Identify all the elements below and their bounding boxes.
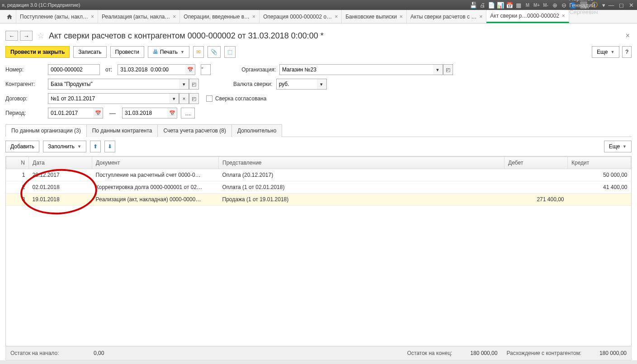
open-icon[interactable]: ◰ — [443, 64, 453, 75]
table-row[interactable]: 202.01.2018Корректировка долга 0000-0000… — [6, 181, 631, 194]
open-icon[interactable]: ◰ — [189, 79, 199, 90]
open-icon[interactable]: ◰ — [189, 93, 199, 104]
period-from-input[interactable] — [48, 108, 93, 118]
tab-bank[interactable]: Банковские выписки× — [342, 10, 407, 23]
dd-icon[interactable]: ▾ — [600, 1, 607, 9]
titlebar-text: я, редакция 3.0 (1С:Предприятие) — [2, 2, 470, 8]
post-close-button[interactable]: Провести и закрыть — [5, 46, 70, 58]
attach-button[interactable]: 📎 — [208, 46, 221, 58]
more-button[interactable]: Еще▼ — [592, 46, 619, 58]
m-minus-icon[interactable]: M- — [542, 1, 549, 9]
contract-input[interactable] — [48, 93, 169, 104]
save-icon[interactable]: 💾 — [470, 1, 477, 9]
diff-value: 180 000,00 — [590, 350, 627, 356]
calendar-icon[interactable]: 📅 — [93, 108, 103, 118]
agreed-checkbox[interactable] — [206, 95, 212, 102]
calendar-icon[interactable]: 📅 — [185, 64, 195, 75]
end-balance-label: Остаток на конец: — [407, 350, 452, 356]
calendar-icon[interactable]: 📅 — [506, 1, 513, 9]
move-up-button[interactable]: ⬆ — [90, 141, 101, 152]
tab-close-icon[interactable]: × — [479, 14, 482, 20]
doc-icon[interactable]: 📄 — [488, 1, 495, 9]
clear-icon[interactable]: × — [179, 93, 189, 104]
footer: Остаток на начало: 0,00 Остаток на конец… — [5, 346, 632, 360]
m-plus-icon[interactable]: M+ — [533, 1, 540, 9]
tab-close-icon[interactable]: × — [335, 14, 338, 20]
period-to-input[interactable] — [122, 108, 167, 118]
tab-close-icon[interactable]: × — [400, 14, 403, 20]
m-icon[interactable]: M — [524, 1, 531, 9]
table-more-button[interactable]: Еще▼ — [604, 141, 632, 152]
mail-button[interactable]: ✉ — [193, 46, 204, 58]
page-header: ← → ☆ Акт сверки расчетов с контрагентом… — [5, 27, 632, 46]
tabs-bar: Поступление (акты, накл…× Реализация (ак… — [0, 10, 637, 24]
dash: — — [107, 109, 118, 117]
tab-close-icon[interactable]: × — [173, 14, 176, 20]
col-doc[interactable]: Документ — [92, 157, 219, 169]
star-icon[interactable]: ☆ — [37, 31, 44, 41]
col-n[interactable]: N — [6, 157, 29, 169]
table-row[interactable]: 120.12.2017Поступление на расчетный счет… — [6, 169, 631, 181]
tab-operaciya[interactable]: Операция 0000-000002 о…× — [260, 10, 342, 23]
help-button[interactable]: ? — [622, 46, 632, 58]
minimize-icon[interactable]: — — [607, 1, 615, 9]
close-icon[interactable]: ✕ — [627, 1, 635, 9]
fill-button[interactable]: Заполнить▼ — [43, 141, 86, 152]
move-down-button[interactable]: ⬇ — [104, 141, 115, 152]
data-grid[interactable]: N Дата Документ Представление Дебет Кред… — [6, 156, 631, 206]
col-debit[interactable]: Дебет — [505, 157, 568, 169]
structure-button[interactable]: ⬚ — [224, 46, 236, 58]
chevron-down-icon[interactable]: ▾ — [317, 79, 327, 90]
chevron-down-icon[interactable]: ▾ — [169, 93, 179, 104]
maximize-icon[interactable]: ◻ — [617, 1, 625, 9]
user-name[interactable]: Абрамов Геннадий Сергеевич — [580, 1, 587, 9]
calc-icon[interactable]: 📊 — [497, 1, 504, 9]
nav-back-button[interactable]: ← — [5, 31, 18, 41]
tab-close-icon[interactable]: × — [562, 13, 565, 19]
diff-label: Расхождение с контрагентом: — [506, 350, 581, 356]
subtab-counterparty-data[interactable]: По данным контрагента — [86, 124, 158, 137]
tab-operacii[interactable]: Операции, введенные в…× — [180, 10, 260, 23]
add-button[interactable]: Добавить — [5, 141, 39, 152]
period-select-button[interactable]: … — [181, 108, 195, 118]
home-tab[interactable] — [3, 10, 16, 23]
col-repr[interactable]: Представление — [219, 157, 505, 169]
tab-realizaciya[interactable]: Реализация (акты, накла…× — [98, 10, 180, 23]
subtab-org-data[interactable]: По данным организации (3) — [5, 124, 87, 137]
calendar-icon[interactable]: 📅 — [167, 108, 177, 118]
date-input[interactable] — [118, 64, 185, 75]
subtab-additional[interactable]: Дополнительно — [231, 124, 282, 137]
number-input[interactable] — [48, 64, 100, 75]
zoom-in-icon[interactable]: ⊕ — [551, 1, 558, 9]
date-extra-button[interactable]: ▫ — [201, 64, 211, 75]
info-icon[interactable]: ⓘ — [591, 1, 598, 9]
write-button[interactable]: Записать — [73, 46, 106, 58]
tab-postuplenie[interactable]: Поступление (акты, накл…× — [16, 10, 98, 23]
col-date[interactable]: Дата — [29, 157, 92, 169]
toolbar: Провести и закрыть Записать Провести 🖶 П… — [5, 46, 632, 62]
counterparty-input[interactable] — [48, 79, 179, 90]
grid-empty-area[interactable] — [6, 206, 631, 346]
attach-icon: 📎 — [211, 49, 217, 55]
print-icon[interactable]: 🖨 — [479, 1, 486, 9]
org-input[interactable] — [279, 64, 433, 75]
print-button[interactable]: 🖶 Печать ▼ — [148, 46, 189, 58]
tab-close-icon[interactable]: × — [252, 14, 255, 20]
nav-forward-button[interactable]: → — [20, 31, 33, 41]
grid-wrap: N Дата Документ Представление Дебет Кред… — [5, 156, 632, 346]
chevron-down-icon[interactable]: ▾ — [179, 79, 189, 90]
home-icon — [6, 14, 13, 20]
zoom-out-icon[interactable]: ⊖ — [560, 1, 567, 9]
currency-input[interactable] — [276, 79, 317, 90]
subtab-accounts[interactable]: Счета учета расчетов (8) — [157, 124, 231, 137]
tab-close-icon[interactable]: × — [91, 14, 94, 20]
post-button[interactable]: Провести — [110, 46, 144, 58]
table-row[interactable]: 319.01.2018Реализация (акт, накладная) 0… — [6, 194, 631, 206]
col-credit[interactable]: Кредит — [568, 157, 631, 169]
tab-akt-sverki[interactable]: Акт сверки р…0000-000002× — [486, 10, 569, 23]
tab-akty[interactable]: Акты сверки расчетов с …× — [407, 10, 487, 23]
chevron-down-icon[interactable]: ▾ — [433, 64, 443, 75]
structure-icon: ⬚ — [227, 49, 232, 55]
page-close-icon[interactable]: × — [626, 32, 630, 40]
grid-icon[interactable]: ▦ — [515, 1, 522, 9]
